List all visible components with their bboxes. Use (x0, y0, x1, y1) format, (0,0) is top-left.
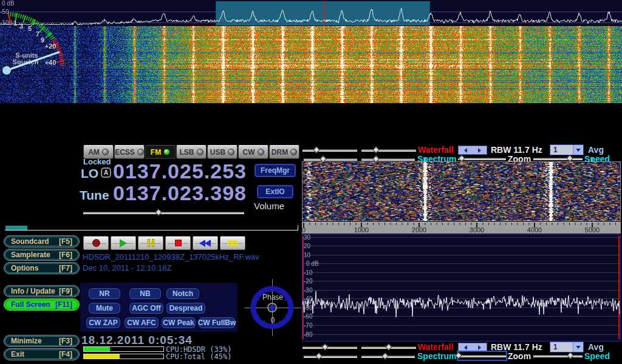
rewind-icon (200, 240, 211, 247)
squelch-level-bar[interactable] (5, 225, 298, 231)
dropdown-arrow-button[interactable] (573, 145, 583, 155)
dsp-label: CW AFC (127, 318, 156, 327)
slider-thumb[interactable] (567, 352, 574, 359)
recorder-toolbar (83, 236, 245, 250)
freqmgr-button[interactable]: FreqMgr (255, 164, 296, 177)
dropdown-arrow-button[interactable] (573, 342, 583, 352)
waterfall-contrast-slider-top[interactable] (361, 146, 416, 154)
extio-button[interactable]: ExtIO (257, 185, 293, 198)
loop-icon (227, 240, 238, 246)
volume-slider[interactable] (83, 209, 244, 217)
mode-button-lsb[interactable]: LSB (176, 145, 207, 159)
slider-track[interactable] (458, 355, 506, 357)
slider-track[interactable] (304, 356, 357, 358)
slider-track[interactable] (361, 158, 415, 161)
s-meter (0, 0, 79, 83)
button-label: Samplerate (11, 251, 50, 259)
minimize-button[interactable]: Minimize[F3] (4, 335, 80, 347)
button-label: Options (11, 264, 38, 272)
audio-waterfall-display[interactable] (302, 162, 620, 221)
record-button[interactable] (83, 236, 109, 250)
pause-button[interactable] (138, 236, 163, 250)
audio-spectrum-display[interactable] (302, 235, 620, 341)
speed-slider-bottom[interactable] (533, 352, 583, 360)
chevron-down-icon (576, 149, 581, 152)
avg-count-dropdown-top[interactable]: 1 (550, 144, 584, 155)
slider-track[interactable] (361, 149, 416, 152)
zoom-label-bottom: Zoom (508, 351, 531, 361)
slider-thumb[interactable] (373, 146, 380, 153)
samplerate-button[interactable]: Samplerate[F6] (4, 249, 80, 261)
spectrum-contrast-slider-bottom[interactable] (361, 352, 415, 360)
slider-thumb[interactable] (381, 352, 388, 359)
play-button[interactable] (111, 236, 136, 250)
arrow-left-icon[interactable] (464, 345, 467, 350)
mode-button-drm[interactable]: DRM (269, 145, 299, 159)
waterfall-brightness-slider-top[interactable] (302, 146, 357, 154)
loop-button[interactable] (220, 236, 245, 250)
mode-button-ecss[interactable]: ECSS (114, 145, 145, 159)
waterfall-label-bottom[interactable]: Waterfall (418, 342, 454, 352)
slider-thumb[interactable] (316, 352, 323, 359)
avg-count-dropdown-bottom[interactable]: 1 (550, 342, 584, 352)
arrow-right-icon[interactable] (478, 148, 481, 153)
spectrum-brightness-slider-bottom[interactable] (304, 352, 357, 360)
cpu-total-fill (84, 354, 120, 359)
waterfall-contrast-slider-bottom[interactable] (361, 343, 416, 351)
nr-button[interactable]: NR (88, 288, 121, 300)
mode-button-usb[interactable]: USB (207, 145, 238, 159)
slider-track[interactable] (302, 346, 357, 349)
spectrum-label-bottom[interactable]: Spectrum (417, 351, 457, 361)
fullscreen-button[interactable]: Full Screen[F11] (4, 298, 80, 311)
slider-track[interactable] (533, 355, 583, 357)
pause-icon (148, 239, 154, 247)
slider-thumb[interactable] (321, 343, 328, 350)
notch-button[interactable]: Notch (166, 288, 200, 300)
slider-thumb[interactable] (385, 343, 392, 350)
waterfall-label-top[interactable]: Waterfall (418, 145, 454, 155)
soundcard-button[interactable]: Soundcard[F5] (4, 235, 80, 248)
lo-frequency-readout[interactable]: 0137.025.253 (113, 161, 247, 181)
slider-thumb[interactable] (155, 209, 162, 215)
zoom-slider-bottom[interactable] (458, 352, 506, 360)
mode-button-cw[interactable]: CW (238, 145, 268, 159)
despread-button[interactable]: Despread (166, 302, 206, 314)
waterfall-shift-spinner-top[interactable] (458, 146, 487, 155)
rewind-button[interactable] (193, 236, 218, 250)
slider-track[interactable] (83, 212, 244, 214)
hdsdr-window: AM ECSS FM LSB USB CW DRM Locked LO A 01… (0, 0, 622, 364)
mode-led-icon (102, 149, 109, 155)
lo-auto-badge[interactable]: A (101, 167, 111, 178)
info-update-button[interactable]: Info / Update[F9] (4, 285, 80, 297)
exit-button[interactable]: Exit[F4] (4, 348, 80, 360)
waterfall-shift-spinner-bottom[interactable] (458, 343, 487, 352)
slider-track[interactable] (304, 158, 357, 161)
cw-zap-button[interactable]: CW ZAP (86, 317, 121, 329)
audio-frequency-scale[interactable] (302, 222, 621, 234)
slider-thumb[interactable] (458, 155, 465, 161)
agc-off-button[interactable]: AGC Off (129, 302, 164, 314)
dsp-label: NB (140, 289, 150, 298)
arrow-left-icon[interactable] (464, 148, 467, 153)
mute-button[interactable]: Mute (88, 302, 121, 314)
cw-fullbw-button[interactable]: CW FullBw (198, 317, 236, 329)
arrow-right-icon[interactable] (478, 345, 481, 350)
rf-spectrum-display[interactable] (0, 0, 622, 26)
stop-button[interactable] (165, 236, 191, 250)
waterfall-brightness-slider-bottom[interactable] (302, 343, 357, 351)
slider-track[interactable] (302, 149, 357, 152)
tune-frequency-readout[interactable]: 0137.023.398 (113, 183, 247, 203)
mode-button-fm[interactable]: FM (145, 145, 176, 159)
slider-thumb[interactable] (566, 155, 573, 161)
slider-track[interactable] (533, 158, 583, 160)
options-button[interactable]: Options[F7] (4, 262, 80, 274)
slider-thumb[interactable] (313, 146, 320, 153)
nb-button[interactable]: NB (129, 288, 162, 300)
cpu-total-bar (83, 354, 164, 359)
cw-afc-button[interactable]: CW AFC (124, 317, 159, 329)
volume-label: Volume (254, 201, 284, 211)
audio-waterfall-frame (302, 161, 621, 221)
rbw-readout-bottom: RBW 11.7 Hz (491, 342, 542, 352)
cw-peak-button[interactable]: CW Peak (161, 317, 196, 329)
extio-label: ExtIO (265, 187, 284, 196)
